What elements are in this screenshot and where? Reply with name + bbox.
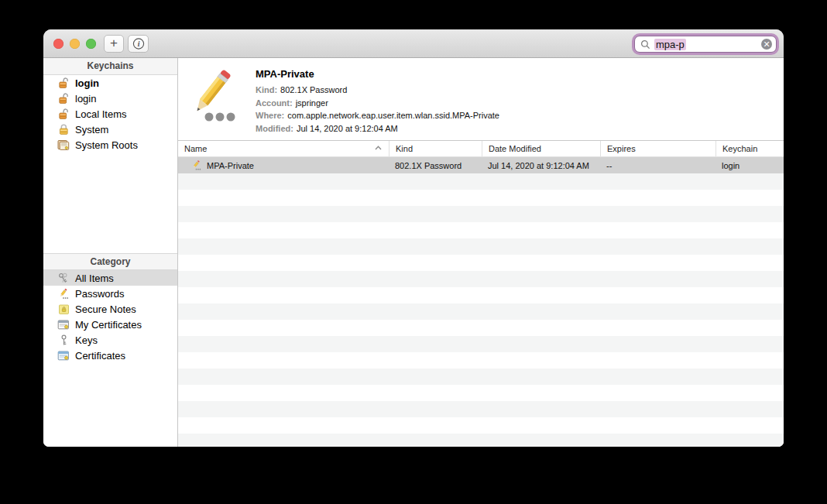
info-icon: i bbox=[132, 37, 145, 50]
table-row-mpa-private[interactable]: MPA-Private 802.1X Password Jul 14, 2020… bbox=[178, 157, 784, 173]
detail-field-where: Where:com.apple.network.eap.user.item.wl… bbox=[256, 109, 499, 122]
close-window-button[interactable] bbox=[53, 39, 63, 49]
item-detail-pane: MPA-Private Kind:802.1X Password Account… bbox=[178, 58, 784, 141]
svg-text:i: i bbox=[137, 39, 139, 48]
secure-note-icon bbox=[57, 303, 70, 315]
sidebar-item-label: login bbox=[75, 93, 96, 105]
sort-ascending-icon bbox=[372, 146, 384, 150]
sidebar-item-label: login bbox=[75, 77, 99, 89]
table-body: MPA-Private 802.1X Password Jul 14, 2020… bbox=[178, 157, 784, 447]
locked-padlock-icon bbox=[57, 123, 70, 135]
key-icon bbox=[57, 334, 70, 346]
search-input[interactable]: mpa-p ✕ bbox=[634, 36, 777, 53]
password-item-icon bbox=[190, 159, 203, 171]
main-pane: MPA-Private Kind:802.1X Password Account… bbox=[178, 58, 784, 447]
keys-pair-icon bbox=[57, 273, 70, 284]
category-section-header: Category bbox=[43, 253, 177, 270]
sidebar-item-label: System Roots bbox=[75, 139, 138, 151]
sidebar-item-login-default[interactable]: login bbox=[43, 75, 177, 91]
titlebar[interactable]: + i mpa-p ✕ bbox=[43, 29, 784, 58]
sidebar-item-certificates[interactable]: Certificates bbox=[43, 348, 177, 363]
unlocked-padlock-icon bbox=[57, 92, 70, 105]
certificate-stack-icon bbox=[57, 139, 70, 151]
sidebar-item-label: My Certificates bbox=[75, 319, 142, 331]
sidebar-item-local-items[interactable]: Local Items bbox=[43, 106, 177, 122]
keychains-section-header: Keychains bbox=[43, 58, 177, 75]
sidebar-item-system[interactable]: System bbox=[43, 122, 177, 137]
certificate-icon bbox=[57, 350, 70, 362]
column-header-keychain[interactable]: Keychain bbox=[715, 141, 784, 156]
cell-name: MPA-Private bbox=[178, 159, 389, 171]
search-icon bbox=[639, 39, 651, 50]
cell-kind: 802.1X Password bbox=[389, 161, 482, 170]
column-header-kind[interactable]: Kind bbox=[389, 141, 482, 156]
password-item-large-icon bbox=[189, 68, 245, 140]
sidebar-item-system-roots[interactable]: System Roots bbox=[43, 137, 177, 153]
sidebar-item-label: Certificates bbox=[75, 350, 125, 362]
my-certificate-icon bbox=[57, 319, 70, 331]
sidebar-item-label: Passwords bbox=[75, 288, 125, 300]
traffic-lights bbox=[53, 39, 96, 49]
get-info-button[interactable]: i bbox=[128, 35, 149, 53]
add-item-button[interactable]: + bbox=[104, 35, 124, 53]
column-header-expires[interactable]: Expires bbox=[600, 141, 715, 156]
detail-field-account: Account:jspringer bbox=[256, 97, 499, 110]
sidebar-item-label: Keys bbox=[75, 334, 98, 346]
detail-field-kind: Kind:802.1X Password bbox=[256, 84, 499, 97]
sidebar-item-label: All Items bbox=[75, 273, 114, 284]
sidebar-item-my-certificates[interactable]: My Certificates bbox=[43, 317, 177, 332]
sidebar-item-keys[interactable]: Keys bbox=[43, 332, 177, 348]
sidebar-item-passwords[interactable]: Passwords bbox=[43, 286, 177, 301]
item-title: MPA-Private bbox=[256, 68, 499, 80]
clear-search-button[interactable]: ✕ bbox=[761, 39, 772, 50]
empty-rows-stripes bbox=[178, 173, 784, 447]
sidebar-item-all-items[interactable]: All Items bbox=[43, 270, 177, 286]
table-header: Name Kind Date Modified Expires Keychain bbox=[178, 141, 784, 157]
sidebar-item-login[interactable]: login bbox=[43, 91, 177, 106]
cell-date-modified: Jul 14, 2020 at 9:12:04 AM bbox=[482, 161, 600, 170]
detail-field-modified: Modified:Jul 14, 2020 at 9:12:04 AM bbox=[256, 122, 499, 135]
keychain-access-window: + i mpa-p ✕ bbox=[43, 29, 784, 447]
desktop-background: + i mpa-p ✕ bbox=[0, 0, 827, 504]
zoom-window-button[interactable] bbox=[86, 39, 96, 49]
column-header-name[interactable]: Name bbox=[178, 141, 389, 156]
cell-expires: -- bbox=[600, 161, 715, 170]
search-query-text: mpa-p bbox=[654, 39, 686, 50]
sidebar-item-label: Local Items bbox=[75, 108, 126, 120]
minimize-window-button[interactable] bbox=[70, 39, 80, 49]
unlocked-padlock-icon bbox=[57, 77, 70, 89]
sidebar-item-label: Secure Notes bbox=[75, 303, 136, 315]
cell-keychain: login bbox=[715, 161, 784, 170]
sidebar: Keychains login bbox=[43, 58, 178, 447]
sidebar-item-secure-notes[interactable]: Secure Notes bbox=[43, 301, 177, 317]
column-header-date-modified[interactable]: Date Modified bbox=[482, 141, 600, 156]
unlocked-padlock-icon bbox=[57, 108, 70, 120]
sidebar-item-label: System bbox=[75, 124, 108, 135]
password-pencil-icon bbox=[57, 288, 70, 300]
